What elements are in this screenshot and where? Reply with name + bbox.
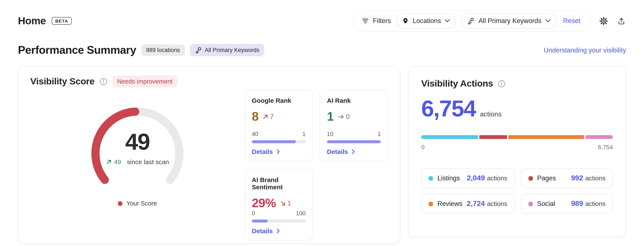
legend-label: Your Score: [126, 200, 157, 207]
summary-header: Performance Summary 989 locations All Pr…: [0, 43, 644, 57]
segment-listings: [421, 135, 478, 139]
scale-max: 1: [378, 131, 381, 137]
segment-reviews: [508, 135, 584, 139]
scale-max: 1: [302, 131, 306, 137]
listings-tile[interactable]: Listings 2,049 actions: [421, 168, 514, 188]
details-link[interactable]: Details: [327, 148, 381, 155]
share-upload-icon: [617, 16, 626, 25]
export-button[interactable]: [617, 16, 626, 25]
visibility-actions-title: Visibility Actions: [421, 78, 493, 89]
arrow-down-right-icon: [280, 200, 286, 206]
dashboard-page: Home BETA Filters: [0, 0, 644, 246]
reviews-count: 2,724: [467, 200, 485, 208]
scale-min: 0: [252, 210, 255, 217]
range-max: 6,754: [598, 144, 613, 151]
filters-button[interactable]: Filters: [361, 17, 391, 25]
details-link[interactable]: Details: [252, 227, 306, 235]
range-min: 0: [421, 144, 425, 151]
social-tile[interactable]: Social 989 actions: [521, 194, 613, 214]
visibility-score-card: Visibility Score Needs improvement: [18, 66, 400, 244]
scale-min: 40: [252, 131, 258, 137]
metric-title: AI Rank: [327, 97, 381, 104]
status-badge: Needs improvement: [112, 75, 178, 87]
ai-brand-sentiment-card: AI Brand Sentiment 29% 1: [244, 169, 313, 241]
arrow-up-right-icon: [106, 159, 112, 165]
your-score-dot: [118, 201, 123, 206]
score-delta: 49 since last scan: [84, 158, 191, 165]
actions-stacked-bar: [421, 135, 613, 139]
visibility-score-title: Visibility Score: [30, 76, 94, 87]
listings-count: 2,049: [467, 174, 485, 183]
key-icon: [467, 17, 474, 25]
reviews-dot: [428, 202, 433, 206]
delta-caption: since last scan: [127, 158, 169, 165]
total-actions-value: 6,754: [421, 95, 476, 122]
visibility-actions-card: Visibility Actions 6,754 actions: [408, 66, 626, 238]
filter-lines-icon: [361, 17, 369, 25]
pages-tile[interactable]: Pages 992 actions: [521, 168, 613, 188]
info-icon[interactable]: [498, 80, 506, 88]
filters-toolbar: Filters Locations: [353, 10, 590, 31]
chevron-down-icon: [445, 19, 450, 22]
total-actions-suffix: actions: [480, 110, 502, 118]
metric-progress-fill: [252, 140, 296, 143]
keywords-label: All Primary Keywords: [478, 17, 541, 25]
page-header: Home BETA Filters: [0, 0, 644, 31]
metric-progress-fill: [252, 220, 267, 223]
page-title: Home: [18, 15, 46, 27]
locations-label: Locations: [413, 17, 441, 25]
settings-button[interactable]: [599, 16, 608, 25]
score-gauge: 49 49 since last scan: [84, 104, 191, 190]
arrow-right-icon: [337, 114, 344, 120]
chevron-right-icon: [276, 228, 280, 234]
details-link[interactable]: Details: [252, 148, 306, 155]
chevron-right-icon: [352, 149, 355, 154]
scale-min: 10: [327, 131, 333, 137]
metric-progress-track: [252, 220, 306, 223]
metric-progress-track: [327, 140, 381, 143]
summary-title: Performance Summary: [18, 43, 136, 57]
metric-title: AI Brand Sentiment: [252, 176, 306, 191]
metric-value: 29%: [252, 196, 276, 210]
metric-delta: 0: [337, 113, 350, 120]
pages-count: 992: [571, 174, 583, 183]
reviews-tile[interactable]: Reviews 2,724 actions: [421, 194, 514, 214]
metric-value: 1: [327, 110, 334, 124]
chevron-right-icon: [276, 149, 280, 154]
locations-dropdown[interactable]: Locations: [396, 13, 456, 28]
arrow-up-right-icon: [262, 114, 268, 120]
metric-progress-track: [252, 140, 306, 143]
filters-label: Filters: [373, 17, 391, 25]
segment-pages: [480, 135, 507, 139]
gauge-legend: Your Score: [118, 200, 157, 207]
score-value: 49: [84, 128, 191, 155]
keywords-badge: All Primary Keywords: [190, 44, 264, 56]
scale-max: 100: [296, 210, 306, 217]
keywords-dropdown[interactable]: All Primary Keywords: [461, 13, 556, 28]
key-icon: [194, 46, 202, 54]
location-pin-icon: [402, 17, 409, 24]
social-dot: [528, 202, 533, 206]
info-icon[interactable]: [99, 77, 107, 85]
locations-count-badge: 989 locations: [141, 44, 184, 56]
social-count: 989: [571, 200, 583, 208]
listings-dot: [428, 176, 433, 181]
google-rank-card: Google Rank 8 7: [244, 90, 313, 161]
metric-delta: 1: [280, 199, 291, 207]
pages-dot: [528, 176, 533, 181]
chevron-down-icon: [545, 19, 550, 22]
metric-progress-fill: [327, 140, 381, 143]
metric-value: 8: [252, 110, 258, 124]
understanding-visibility-link[interactable]: Understanding your visibility: [544, 46, 626, 54]
segment-social: [586, 135, 613, 139]
metric-delta: 7: [262, 113, 274, 120]
gear-icon: [599, 16, 608, 25]
beta-badge: BETA: [52, 17, 72, 25]
ai-rank-card: AI Rank 1 0: [320, 90, 388, 161]
reset-button[interactable]: Reset: [563, 17, 580, 25]
metric-title: Google Rank: [252, 97, 306, 104]
